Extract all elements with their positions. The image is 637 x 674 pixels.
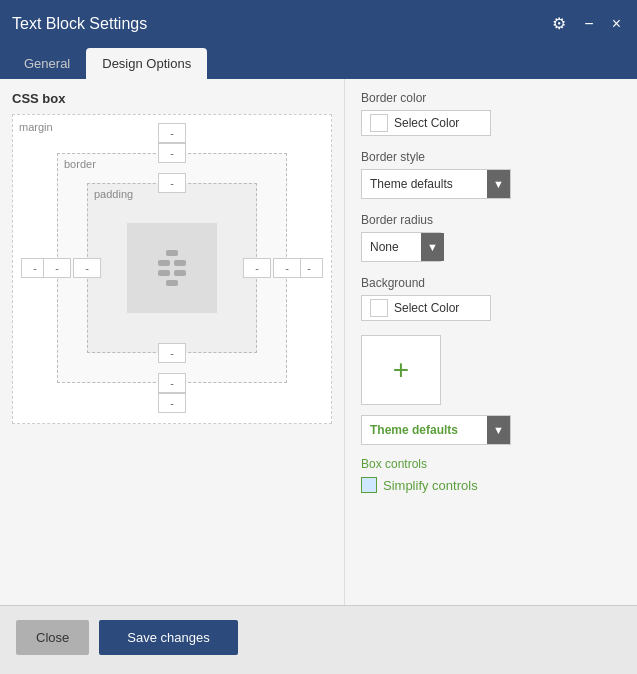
border-box: border padding xyxy=(57,153,287,383)
svg-rect-4 xyxy=(174,270,186,276)
box-controls-label[interactable]: Box controls xyxy=(361,457,621,471)
border-top-input[interactable] xyxy=(158,143,186,163)
border-color-swatch xyxy=(370,114,388,132)
theme-defaults-2-select[interactable]: Theme defaults None xyxy=(362,418,487,442)
background-color-button[interactable]: Select Color xyxy=(361,295,491,321)
theme-defaults-2-arrow: ▼ xyxy=(487,416,510,444)
svg-rect-5 xyxy=(166,280,178,286)
left-panel: CSS box margin border xyxy=(0,79,345,605)
svg-rect-1 xyxy=(158,260,170,266)
border-radius-select-wrapper: None Small Medium Large Custom ▼ xyxy=(361,232,441,262)
section-title-css-box: CSS box xyxy=(12,91,332,106)
padding-top-input[interactable] xyxy=(158,173,186,193)
border-style-group: Border style Theme defaults None Solid D… xyxy=(361,150,621,199)
close-button[interactable]: Close xyxy=(16,620,89,655)
simplify-checkbox[interactable] xyxy=(361,477,377,493)
gear-button[interactable]: ⚙ xyxy=(548,14,570,34)
svg-rect-2 xyxy=(174,260,186,266)
right-panel: Border color Select Color Border style T… xyxy=(345,79,637,605)
border-radius-arrow: ▼ xyxy=(421,233,444,261)
border-color-button[interactable]: Select Color xyxy=(361,110,491,136)
border-style-select[interactable]: Theme defaults None Solid Dashed Dotted xyxy=(362,172,487,196)
padding-box: padding xyxy=(87,183,257,353)
tab-general[interactable]: General xyxy=(8,48,86,79)
background-color-swatch xyxy=(370,299,388,317)
content-icon xyxy=(148,244,196,292)
box-controls-group: Box controls Simplify controls xyxy=(361,457,621,493)
border-color-label: Border color xyxy=(361,91,621,105)
content-area xyxy=(127,223,217,313)
margin-top-input[interactable] xyxy=(158,123,186,143)
tab-design-options[interactable]: Design Options xyxy=(86,48,207,79)
background-label: Background xyxy=(361,276,621,290)
border-style-arrow: ▼ xyxy=(487,170,510,198)
main-content: CSS box margin border xyxy=(0,79,637,605)
padding-bottom-input[interactable] xyxy=(158,343,186,363)
border-radius-select[interactable]: None Small Medium Large Custom xyxy=(362,235,421,259)
dialog-title: Text Block Settings xyxy=(12,15,147,33)
simplify-label: Simplify controls xyxy=(383,478,478,493)
border-radius-group: Border radius None Small Medium Large Cu… xyxy=(361,213,621,262)
add-image-icon: + xyxy=(393,354,409,386)
margin-bottom-input[interactable] xyxy=(158,393,186,413)
border-right-input[interactable] xyxy=(273,258,301,278)
border-left-input[interactable] xyxy=(43,258,71,278)
close-window-button[interactable]: × xyxy=(608,14,625,34)
minimize-button[interactable]: − xyxy=(580,14,597,34)
titlebar-controls: ⚙ − × xyxy=(548,14,625,34)
border-style-label: Border style xyxy=(361,150,621,164)
titlebar: Text Block Settings ⚙ − × xyxy=(0,0,637,48)
css-box-diagram: margin border padd xyxy=(12,114,332,424)
simplify-row: Simplify controls xyxy=(361,477,621,493)
border-radius-label: Border radius xyxy=(361,213,621,227)
svg-rect-0 xyxy=(166,250,178,256)
padding-label: padding xyxy=(94,188,133,200)
background-group: Background Select Color xyxy=(361,276,621,321)
margin-box: border padding xyxy=(21,123,323,413)
border-color-group: Border color Select Color xyxy=(361,91,621,136)
border-style-select-wrapper: Theme defaults None Solid Dashed Dotted … xyxy=(361,169,511,199)
padding-left-input[interactable] xyxy=(73,258,101,278)
background-image-area[interactable]: + xyxy=(361,335,441,405)
padding-right-input[interactable] xyxy=(243,258,271,278)
svg-rect-3 xyxy=(158,270,170,276)
save-button[interactable]: Save changes xyxy=(99,620,237,655)
tab-bar: General Design Options xyxy=(0,48,637,79)
border-label: border xyxy=(64,158,96,170)
theme-defaults-2-wrapper: Theme defaults None ▼ xyxy=(361,415,511,445)
footer: Close Save changes xyxy=(0,605,637,669)
border-bottom-input[interactable] xyxy=(158,373,186,393)
